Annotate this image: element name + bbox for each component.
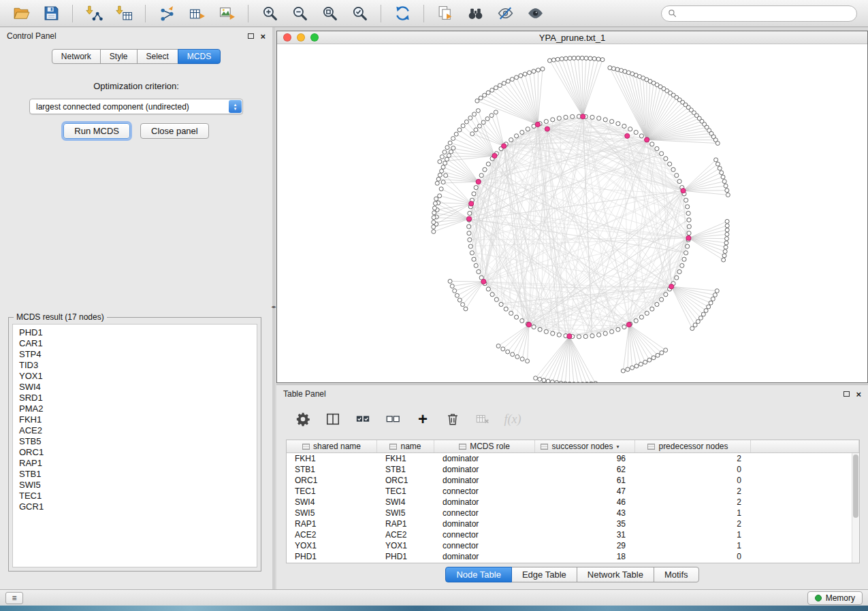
column-header-name[interactable]: name [377,440,434,452]
dropdown-stepper-icon: ▴▾ [229,100,242,113]
network-canvas[interactable] [277,44,867,382]
tab-network-table[interactable]: Network Table [577,567,654,582]
optimization-criterion-select[interactable]: largest connected component (undirected)… [29,99,243,114]
import-network-button[interactable] [80,3,108,24]
panel-splitter[interactable]: ◂▸ [272,27,275,589]
mcds-result-list[interactable]: PHD1CAR1STP4TID3YOX1SWI4SRD1PMA2FKH1ACE2… [12,324,257,567]
export-table-button[interactable] [182,3,211,24]
close-panel-button[interactable]: Close panel [140,123,209,139]
mcds-result-item[interactable]: SRD1 [19,393,251,403]
column-header-predecessor-nodes[interactable]: predecessor nodes [635,440,751,452]
minimize-window-icon[interactable] [297,33,305,42]
tab-network[interactable]: Network [52,49,101,64]
mcds-result-item[interactable]: FKH1 [19,414,251,425]
table-row[interactable]: FKH1FKH1dominator962 [287,453,852,464]
table-cell: 35 [535,519,635,529]
show-hide-button[interactable] [521,3,549,24]
tab-style[interactable]: Style [100,49,138,64]
zoom-in-button[interactable] [255,3,284,24]
mcds-result-item[interactable]: TID3 [19,360,251,371]
mcds-result-item[interactable]: YOX1 [19,371,251,382]
status-menu-button[interactable]: ≡ [5,592,23,604]
scrollbar-thumb[interactable] [853,455,858,518]
refresh-layout-button[interactable] [388,3,417,24]
network-graph[interactable] [277,44,867,382]
zoom-out-button[interactable] [285,3,314,24]
table-row[interactable]: ORC1ORC1dominator610 [287,475,852,486]
close-panel-icon[interactable]: × [856,390,861,399]
mcds-result-item[interactable]: RAP1 [19,458,251,469]
zoom-fit-button[interactable] [315,3,344,24]
export-image-button[interactable] [212,3,241,24]
mcds-result-item[interactable]: SWI5 [19,480,251,491]
search-field[interactable] [661,5,857,22]
float-panel-icon[interactable] [248,33,254,39]
dominator-node [681,188,686,193]
delete-column-button[interactable] [443,410,463,429]
show-columns-button[interactable] [323,410,343,429]
table-cell: FKH1 [377,454,434,463]
tab-select[interactable]: Select [137,49,178,64]
main-toolbar [0,0,868,27]
mcds-result-item[interactable]: CAR1 [19,338,251,349]
select-all-button[interactable] [353,410,373,429]
tab-motifs[interactable]: Motifs [654,567,699,582]
mcds-result-item[interactable]: GCR1 [19,501,251,512]
unselect-all-button[interactable] [383,410,403,429]
close-window-icon[interactable] [283,33,291,42]
zoom-selected-button[interactable] [345,3,374,24]
table-scrollbar[interactable] [852,453,859,563]
close-panel-icon[interactable]: × [260,32,266,41]
add-column-button[interactable]: + [413,410,433,429]
search-input[interactable] [681,9,850,18]
splitter-collapse-icon[interactable]: ◂▸ [270,305,277,309]
mcds-result-item[interactable]: STP4 [19,349,251,360]
column-header-mcds-role[interactable]: MCDS role [434,440,535,452]
import-table-button[interactable] [110,3,138,24]
graphics-details-button[interactable] [491,3,519,24]
export-network-button[interactable] [152,3,181,24]
mcds-result-item[interactable]: PMA2 [19,403,251,414]
maximize-window-icon[interactable] [310,33,319,42]
float-panel-icon[interactable] [843,391,850,397]
table-row[interactable]: SWI4SWI4dominator462 [287,497,852,508]
plus-icon: + [418,411,428,427]
table-row[interactable]: TEC1TEC1connector472 [287,486,852,497]
mcds-result-item[interactable]: TEC1 [19,491,251,501]
column-header-successor-nodes[interactable]: successor nodes ▾ [535,440,635,452]
tab-edge-table[interactable]: Edge Table [511,567,577,582]
table-cell: dominator [434,454,535,463]
mcds-result-item[interactable]: ORC1 [19,447,251,458]
column-header-shared-name[interactable]: shared name [287,440,377,452]
tab-mcds[interactable]: MCDS [178,49,221,64]
table-row[interactable]: ACE2ACE2connector311 [287,529,852,540]
table-settings-button[interactable] [293,410,313,429]
table-row[interactable]: YOX1YOX1connector291 [287,540,852,551]
open-file-button[interactable] [7,3,35,24]
mcds-result-item[interactable]: STB5 [19,436,251,447]
export-table-icon [189,5,206,22]
clone-network-button[interactable] [431,3,460,24]
toolbar-separator [248,5,248,22]
table-cell: SWI5 [287,508,377,518]
eye-icon [527,5,544,22]
mcds-result-item[interactable]: ACE2 [19,425,251,436]
zoom-selected-icon [351,5,368,22]
mcds-result-item[interactable]: STB1 [19,469,251,480]
save-button[interactable] [37,3,65,24]
table-row[interactable]: STB1STB1dominator620 [287,464,852,475]
table-row[interactable]: RAP1RAP1dominator352 [287,518,852,529]
run-mcds-button[interactable]: Run MCDS [63,123,130,139]
memory-button[interactable]: Memory [807,591,863,605]
tab-node-table[interactable]: Node Table [445,567,512,582]
mcds-result-item[interactable]: PHD1 [19,327,251,338]
menu-icon: ≡ [12,594,16,602]
sort-icon [541,444,548,450]
table-row[interactable]: PHD1PHD1dominator180 [287,551,852,562]
mcds-result-item[interactable]: SWI4 [19,382,251,393]
table-cell: SWI4 [287,497,377,507]
function-builder-button: f(x) [502,410,523,429]
search-network-button[interactable] [461,3,489,24]
table-cell: 96 [535,454,635,463]
table-row[interactable]: SWI5SWI5connector431 [287,508,852,518]
